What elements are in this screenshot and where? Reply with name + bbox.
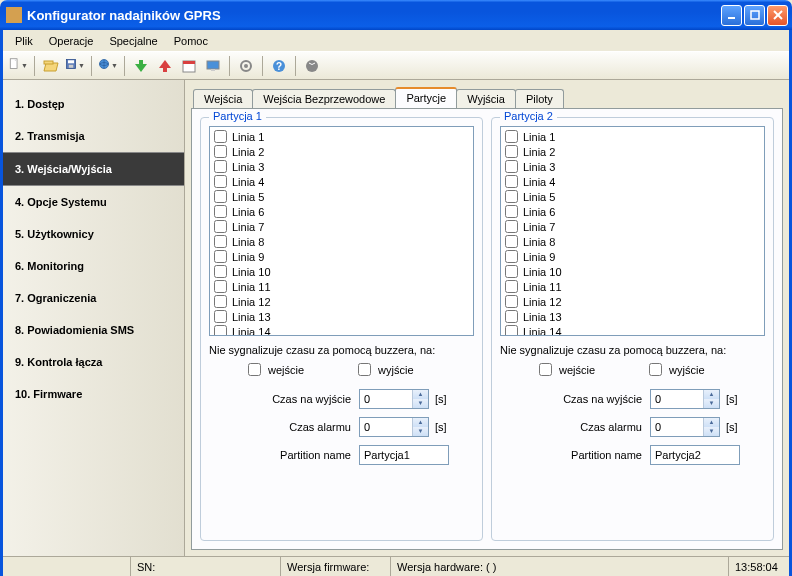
tb-new-button[interactable]: ▼ (7, 55, 29, 77)
tb-help-button[interactable]: ? (268, 55, 290, 77)
exit-time-spinbox[interactable]: ▲▼ (359, 389, 429, 409)
alarm-time-spin-up[interactable]: ▲ (703, 418, 719, 427)
line-checkbox[interactable] (214, 280, 227, 293)
buzzer-exit-label[interactable]: wyjście (645, 360, 704, 379)
exit-time-spin-up[interactable]: ▲ (412, 390, 428, 399)
sidebar-item-2[interactable]: 3. Wejścia/Wyjścia (3, 152, 184, 186)
sidebar-item-4[interactable]: 5. Użytkownicy (3, 218, 184, 250)
menu-pomoc[interactable]: Pomoc (166, 32, 216, 50)
tb-globe-button[interactable]: ▼ (97, 55, 119, 77)
menu-operacje[interactable]: Operacje (41, 32, 102, 50)
line-item[interactable]: Linia 3 (212, 159, 471, 174)
line-item[interactable]: Linia 5 (503, 189, 762, 204)
tb-lang-button[interactable] (301, 55, 323, 77)
line-checkbox[interactable] (505, 175, 518, 188)
line-checkbox[interactable] (214, 295, 227, 308)
line-checkbox[interactable] (505, 145, 518, 158)
partition-name-input[interactable] (650, 445, 740, 465)
tab-4[interactable]: Piloty (515, 89, 564, 108)
line-item[interactable]: Linia 7 (503, 219, 762, 234)
line-item[interactable]: Linia 12 (503, 294, 762, 309)
buzzer-entry-checkbox[interactable] (248, 363, 261, 376)
line-checkbox[interactable] (505, 250, 518, 263)
line-checkbox[interactable] (505, 265, 518, 278)
sidebar-item-5[interactable]: 6. Monitoring (3, 250, 184, 282)
tab-0[interactable]: Wejścia (193, 89, 253, 108)
exit-time-input[interactable] (360, 390, 412, 408)
line-item[interactable]: Linia 6 (503, 204, 762, 219)
line-item[interactable]: Linia 10 (212, 264, 471, 279)
sidebar-item-1[interactable]: 2. Transmisja (3, 120, 184, 152)
alarm-time-input[interactable] (651, 418, 703, 436)
tb-settings-button[interactable] (235, 55, 257, 77)
exit-time-spin-down[interactable]: ▼ (703, 399, 719, 408)
line-item[interactable]: Linia 13 (212, 309, 471, 324)
line-checkbox[interactable] (505, 295, 518, 308)
tb-open-button[interactable] (40, 55, 62, 77)
menu-specjalne[interactable]: Specjalne (101, 32, 165, 50)
line-item[interactable]: Linia 3 (503, 159, 762, 174)
sidebar-item-8[interactable]: 9. Kontrola łącza (3, 346, 184, 378)
line-item[interactable]: Linia 14 (503, 324, 762, 336)
line-item[interactable]: Linia 2 (503, 144, 762, 159)
line-checkbox[interactable] (214, 190, 227, 203)
line-item[interactable]: Linia 4 (212, 174, 471, 189)
tb-calendar-button[interactable] (178, 55, 200, 77)
line-checkbox[interactable] (214, 235, 227, 248)
line-checkbox[interactable] (214, 160, 227, 173)
line-item[interactable]: Linia 6 (212, 204, 471, 219)
sidebar-item-0[interactable]: 1. Dostęp (3, 88, 184, 120)
sidebar-item-7[interactable]: 8. Powiadomienia SMS (3, 314, 184, 346)
line-checkbox[interactable] (505, 160, 518, 173)
lines-listbox[interactable]: Linia 1Linia 2Linia 3Linia 4Linia 5Linia… (209, 126, 474, 336)
line-checkbox[interactable] (505, 220, 518, 233)
sidebar-item-6[interactable]: 7. Ograniczenia (3, 282, 184, 314)
exit-time-spin-up[interactable]: ▲ (703, 390, 719, 399)
lines-listbox[interactable]: Linia 1Linia 2Linia 3Linia 4Linia 5Linia… (500, 126, 765, 336)
tab-3[interactable]: Wyjścia (456, 89, 516, 108)
buzzer-exit-checkbox[interactable] (358, 363, 371, 376)
line-item[interactable]: Linia 9 (212, 249, 471, 264)
line-checkbox[interactable] (505, 235, 518, 248)
alarm-time-spin-down[interactable]: ▼ (703, 427, 719, 436)
alarm-time-input[interactable] (360, 418, 412, 436)
line-item[interactable]: Linia 12 (212, 294, 471, 309)
line-item[interactable]: Linia 8 (503, 234, 762, 249)
line-item[interactable]: Linia 14 (212, 324, 471, 336)
close-button[interactable] (767, 5, 788, 26)
buzzer-exit-checkbox[interactable] (649, 363, 662, 376)
exit-time-spinbox[interactable]: ▲▼ (650, 389, 720, 409)
line-checkbox[interactable] (214, 175, 227, 188)
line-item[interactable]: Linia 2 (212, 144, 471, 159)
line-item[interactable]: Linia 5 (212, 189, 471, 204)
line-item[interactable]: Linia 1 (503, 129, 762, 144)
buzzer-entry-checkbox[interactable] (539, 363, 552, 376)
line-checkbox[interactable] (505, 325, 518, 336)
line-item[interactable]: Linia 7 (212, 219, 471, 234)
line-checkbox[interactable] (214, 130, 227, 143)
line-item[interactable]: Linia 4 (503, 174, 762, 189)
line-checkbox[interactable] (214, 265, 227, 278)
tab-2[interactable]: Partycje (395, 87, 457, 108)
line-item[interactable]: Linia 1 (212, 129, 471, 144)
line-checkbox[interactable] (214, 145, 227, 158)
tb-download-button[interactable] (130, 55, 152, 77)
tb-upload-button[interactable] (154, 55, 176, 77)
line-item[interactable]: Linia 8 (212, 234, 471, 249)
tab-1[interactable]: Wejścia Bezprzewodowe (252, 89, 396, 108)
alarm-time-spin-down[interactable]: ▼ (412, 427, 428, 436)
exit-time-input[interactable] (651, 390, 703, 408)
exit-time-spin-down[interactable]: ▼ (412, 399, 428, 408)
buzzer-entry-label[interactable]: wejście (535, 360, 595, 379)
partition-name-input[interactable] (359, 445, 449, 465)
buzzer-entry-label[interactable]: wejście (244, 360, 304, 379)
line-checkbox[interactable] (505, 280, 518, 293)
line-checkbox[interactable] (505, 130, 518, 143)
line-checkbox[interactable] (505, 190, 518, 203)
line-item[interactable]: Linia 10 (503, 264, 762, 279)
line-item[interactable]: Linia 9 (503, 249, 762, 264)
alarm-time-spinbox[interactable]: ▲▼ (359, 417, 429, 437)
line-checkbox[interactable] (214, 250, 227, 263)
sidebar-item-9[interactable]: 10. Firmware (3, 378, 184, 410)
line-checkbox[interactable] (214, 310, 227, 323)
